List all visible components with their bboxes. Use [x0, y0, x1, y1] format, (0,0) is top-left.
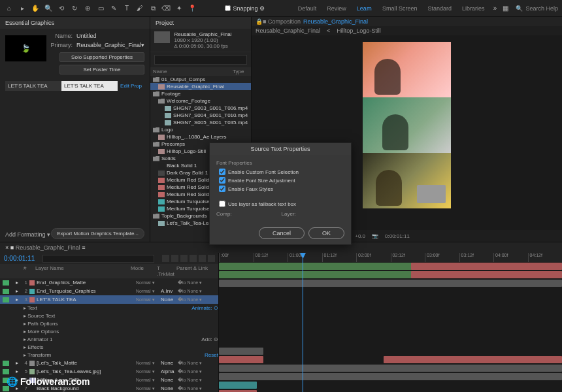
- enable-font-selection-checkbox[interactable]: [219, 169, 225, 175]
- eraser-tool-icon[interactable]: ⌫: [161, 3, 171, 14]
- project-item[interactable]: Welcome_Footage: [150, 97, 251, 105]
- selection-tool-icon[interactable]: ▸: [17, 3, 27, 14]
- timeline-layer-row[interactable]: ▸3LET'S TALK TEANormal ▾None�io None ▾: [0, 295, 218, 304]
- search-icon: 🔍: [516, 5, 523, 12]
- layer-property[interactable]: ▸ More Options: [0, 327, 218, 335]
- playhead[interactable]: [303, 253, 303, 392]
- snapping-toggle[interactable]: Snapping⚙: [225, 5, 265, 12]
- rotate-tool-icon[interactable]: ↻: [69, 3, 80, 14]
- globe-icon: 🌐: [7, 376, 18, 387]
- workspace-tab-standard[interactable]: Standard: [422, 3, 457, 14]
- layer-property[interactable]: ▸ TransformReset: [0, 351, 218, 359]
- lock-icon[interactable]: 🔒: [256, 18, 263, 25]
- exposure-control[interactable]: +0.0: [355, 233, 365, 239]
- edit-properties-link[interactable]: Edit Prop: [118, 81, 144, 91]
- project-item[interactable]: SHGN7_S005_S001_T035.mp4: [150, 119, 251, 126]
- layer-property[interactable]: ▸ Source Text: [0, 312, 218, 319]
- enable-faux-styles-checkbox[interactable]: [219, 186, 225, 192]
- layer-property[interactable]: ▸ Animator 1Add: ⊙: [0, 335, 218, 343]
- project-item[interactable]: Logo: [150, 126, 251, 133]
- layer-property[interactable]: ▸ Effects: [0, 343, 218, 351]
- eg-text-layer-1[interactable]: LET'S TALK TEA: [5, 81, 61, 91]
- orbit-tool-icon[interactable]: ⟲: [56, 3, 67, 14]
- tl-opt-3-icon[interactable]: [180, 255, 188, 262]
- workspace-tab-libraries[interactable]: Libraries: [457, 3, 490, 14]
- comp-tab-active[interactable]: Reusable_Graphic_Final: [303, 18, 368, 25]
- anchor-tool-icon[interactable]: ⊕: [82, 3, 93, 14]
- preview-frame-3: [363, 153, 451, 208]
- project-item[interactable]: 01_Output_Comps: [150, 76, 251, 83]
- fallback-textbox-checkbox[interactable]: [219, 201, 225, 207]
- chevron-down-icon: ▾: [141, 42, 144, 48]
- ws-more-icon[interactable]: »: [489, 3, 500, 14]
- home-icon[interactable]: ⌂: [4, 3, 14, 14]
- eg-text-layer-2[interactable]: LET'S TALK TEA: [61, 81, 118, 91]
- eg-poster-thumb: [5, 35, 46, 61]
- workspace-tab-review[interactable]: Review: [322, 3, 352, 14]
- timeline-current-time[interactable]: 0:00:01:11: [0, 253, 39, 264]
- tl-opt-2-icon[interactable]: [171, 255, 178, 262]
- project-item[interactable]: Hilltop_...1080_Ae Layers: [150, 133, 251, 140]
- proj-item-thumb: [154, 31, 170, 43]
- source-text-properties-dialog: Source Text Properties Font Properties E…: [209, 142, 352, 245]
- text-tool-icon[interactable]: T: [122, 3, 132, 14]
- solo-properties-button[interactable]: Solo Supported Properties: [59, 52, 144, 62]
- clone-tool-icon[interactable]: ⧉: [148, 3, 158, 14]
- enable-font-size-checkbox[interactable]: [219, 177, 225, 184]
- preview-frame-2: [363, 97, 451, 153]
- layer-property[interactable]: ▸ Path Options: [0, 319, 218, 327]
- workspace-tab-default[interactable]: Default: [293, 3, 322, 14]
- set-poster-button[interactable]: Set Poster Time: [59, 65, 144, 74]
- timeline-panel: × ■ Reusable_Graphic_Final ≡ 0:00:01:11 …: [0, 242, 562, 357]
- panel-menu-icon[interactable]: ▦: [500, 3, 510, 14]
- panel-tab-project[interactable]: Project: [150, 17, 251, 29]
- project-item[interactable]: SHGN7_S004_S001_T010.mp4: [150, 112, 251, 119]
- rect-tool-icon[interactable]: ▭: [95, 3, 106, 14]
- eg-primary-dropdown[interactable]: Reusable_Graphic_Final: [76, 42, 141, 48]
- ok-button[interactable]: OK: [308, 227, 344, 239]
- project-search-input[interactable]: [154, 55, 247, 65]
- workspace-tabs: DefaultReviewLearnSmall ScreenStandardLi…: [293, 3, 490, 14]
- hand-tool-icon[interactable]: ✋: [30, 3, 41, 14]
- essential-graphics-panel: Essential Graphics Name:Untitled Primary…: [0, 17, 150, 242]
- tl-opt-6-icon[interactable]: [208, 255, 215, 262]
- workspace-tab-small screen[interactable]: Small Screen: [377, 3, 423, 14]
- layer-property[interactable]: ▸ TextAnimate: ⊙: [0, 304, 218, 312]
- workspace-tab-learn[interactable]: Learn: [352, 3, 377, 14]
- preview-frame-1: [363, 42, 451, 97]
- tl-opt-5-icon[interactable]: [199, 255, 206, 262]
- cancel-button[interactable]: Cancel: [259, 227, 305, 239]
- export-mogrt-button[interactable]: Export Motion Graphics Template...: [51, 228, 144, 239]
- brush-tool-icon[interactable]: 🖌: [135, 3, 145, 14]
- zoom-tool-icon[interactable]: 🔍: [43, 3, 54, 14]
- timeline-layer-row[interactable]: ▸1End_Graphics_MatteNormal ▾�io None ▾: [0, 278, 218, 287]
- tl-opt-4-icon[interactable]: [190, 255, 197, 262]
- project-item[interactable]: SHGN7_S003_S001_T006.mp4: [150, 105, 251, 112]
- timeline-tracks[interactable]: :00f00:12f01:00f01:12f02:00f02:12f03:00f…: [219, 253, 562, 392]
- dialog-title: Source Text Properties: [210, 143, 351, 155]
- tl-opt-1-icon[interactable]: [162, 255, 169, 262]
- watermark: 🌐 Followeran.com: [7, 376, 90, 387]
- timeline-layer-row[interactable]: ▸5[Let's_Talk_Tea-Leaves.jpg]Normal ▾Alp…: [0, 367, 218, 376]
- roto-tool-icon[interactable]: ✦: [174, 3, 184, 14]
- puppet-tool-icon[interactable]: 📍: [187, 3, 197, 14]
- add-formatting-dropdown[interactable]: Add Formatting ▾: [5, 231, 50, 238]
- panel-tab-eg[interactable]: Essential Graphics: [0, 17, 150, 29]
- app-toolbar: ⌂ ▸ ✋ 🔍 ⟲ ↻ ⊕ ▭ ✎ T 🖌 ⧉ ⌫ ✦ 📍 Snapping⚙ …: [0, 0, 562, 17]
- timeline-layer-row[interactable]: ▸2End_Turquoise_GraphicsNormal ▾A.Inv�io…: [0, 287, 218, 295]
- comp-breadcrumb-2[interactable]: Hilltop_Logo-Still: [337, 27, 381, 34]
- pen-tool-icon[interactable]: ✎: [108, 3, 119, 14]
- timeline-search-input[interactable]: [42, 255, 154, 263]
- comp-breadcrumb-1[interactable]: Reusable_Graphic_Final: [256, 27, 320, 34]
- project-item[interactable]: Reusable_Graphic_Final: [150, 83, 251, 90]
- timeline-layer-row[interactable]: ▸4[Let's_Talk_MatteNormal ▾None�io None …: [0, 359, 218, 367]
- eg-name-value: Untitled: [76, 33, 144, 39]
- project-item[interactable]: Footage: [150, 90, 251, 97]
- search-help[interactable]: 🔍 Search Help: [516, 5, 558, 12]
- snapshot-icon[interactable]: 📷: [372, 233, 378, 239]
- timeline-tab[interactable]: Reusable_Graphic_Final: [16, 244, 80, 251]
